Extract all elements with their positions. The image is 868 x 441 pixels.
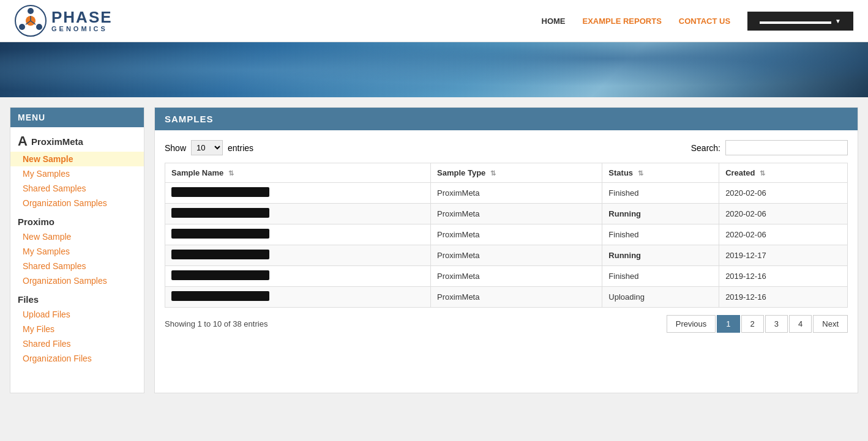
col-sample-name[interactable]: Sample Name ⇅ [165,163,431,183]
logo-area: PHASE GENOMICS [15,5,113,37]
cell-status: Running [602,245,719,266]
pagination-previous[interactable]: Previous [667,315,716,333]
svg-point-4 [19,24,25,30]
content-body: Show 10 25 50 100 entries Search: [155,130,858,343]
redacted-name-bar [171,187,269,197]
sidebar-item-proximo-my-samples[interactable]: My Samples [10,244,144,259]
cell-created: 2019-12-16 [719,287,848,308]
chevron-down-icon: ▼ [835,18,841,24]
search-label: Search: [691,143,720,153]
sidebar-item-shared-files[interactable]: Shared Files [10,336,144,351]
table-header-row: Sample Name ⇅ Sample Type ⇅ Status ⇅ Cre… [165,163,848,183]
search-input[interactable] [725,140,848,155]
cell-status: Running [602,204,719,224]
cell-sample-type: ProximMeta [431,287,602,308]
svg-point-3 [36,24,42,30]
cell-sample-type: ProximMeta [431,245,602,266]
col-status[interactable]: Status ⇅ [602,163,719,183]
cell-status: Finished [602,224,719,245]
table-row[interactable]: ProximMetaRunning2019-12-17 [165,245,848,266]
redacted-name-bar [171,208,269,218]
pagination-page-2[interactable]: 2 [741,315,764,333]
col-created[interactable]: Created ⇅ [719,163,848,183]
cell-sample-name [165,224,431,245]
cell-created: 2019-12-16 [719,266,848,287]
sort-icon-status: ⇅ [638,169,643,177]
table-body: ProximMetaFinished2020-02-06ProximMetaRu… [165,183,848,308]
table-controls: Show 10 25 50 100 entries Search: [165,140,848,155]
nav-links: HOME EXAMPLE REPORTS CONTACT US ▬▬▬▬▬▬▬▬… [542,12,853,31]
content-header: SAMPLES [155,108,858,130]
cell-created: 2019-12-17 [719,245,848,266]
sidebar-item-proximmeta-shared-samples[interactable]: Shared Samples [10,181,144,196]
cell-sample-name [165,183,431,204]
entries-per-page-select[interactable]: 10 25 50 100 [191,140,223,155]
pagination-page-3[interactable]: 3 [765,315,788,333]
redacted-name-bar [171,250,269,259]
cell-status: Uploading [602,287,719,308]
sidebar: MENU A ProximMeta New Sample My Samples … [10,107,144,393]
redacted-name-bar [171,229,269,239]
user-menu-button[interactable]: ▬▬▬▬▬▬▬▬▬ ▼ [747,12,853,31]
cell-sample-type: ProximMeta [431,204,602,224]
cell-sample-name [165,266,431,287]
sidebar-item-org-files[interactable]: Organization Files [10,351,144,366]
pagination-page-4[interactable]: 4 [789,315,812,333]
nav-example-reports[interactable]: EXAMPLE REPORTS [583,17,662,26]
entries-label: entries [228,143,253,153]
sidebar-item-proximmeta-new-sample[interactable]: New Sample [10,152,144,166]
sort-icon-type: ⇅ [490,169,496,177]
table-row[interactable]: ProximMetaFinished2020-02-06 [165,224,848,245]
logo-phase-text: PHASE [51,9,113,25]
sidebar-item-proximmeta-org-samples[interactable]: Organization Samples [10,196,144,210]
nav-home[interactable]: HOME [542,17,566,26]
content-area: SAMPLES Show 10 25 50 100 entries Search… [154,107,858,393]
sort-icon-name: ⇅ [228,169,234,177]
svg-point-2 [28,8,34,14]
pagination-next[interactable]: Next [813,315,848,333]
sidebar-proximeta-title: ProximMeta [31,136,83,147]
logo-icon [15,5,47,37]
pagination: Previous 1 2 3 4 Next [667,315,848,333]
sidebar-item-proximo-shared-samples[interactable]: Shared Samples [10,259,144,273]
table-row[interactable]: ProximMetaFinished2020-02-06 [165,183,848,204]
cell-sample-name [165,204,431,224]
cell-sample-name [165,245,431,266]
sidebar-section-proximo: Proximo [10,210,144,229]
cell-sample-type: ProximMeta [431,183,602,204]
sidebar-letter-a: A [18,133,28,149]
sidebar-item-proximmeta-my-samples[interactable]: My Samples [10,166,144,181]
sort-icon-created: ⇅ [760,169,765,177]
sidebar-item-proximo-org-samples[interactable]: Organization Samples [10,273,144,288]
pagination-page-1[interactable]: 1 [717,315,739,333]
hero-banner [0,42,868,97]
samples-table: Sample Name ⇅ Sample Type ⇅ Status ⇅ Cre… [165,163,848,308]
redacted-name-bar [171,291,269,301]
logo-genomics-text: GENOMICS [51,25,113,32]
nav-contact-us[interactable]: CONTACT US [679,17,730,26]
cell-created: 2020-02-06 [719,224,848,245]
logo-text: PHASE GENOMICS [51,9,113,32]
cell-created: 2020-02-06 [719,183,848,204]
show-entries-control: Show 10 25 50 100 entries [165,140,253,155]
sidebar-menu-header: MENU [10,108,144,127]
cell-sample-type: ProximMeta [431,266,602,287]
col-sample-type[interactable]: Sample Type ⇅ [431,163,602,183]
cell-status: Finished [602,183,719,204]
main-layout: MENU A ProximMeta New Sample My Samples … [0,97,868,403]
top-header: PHASE GENOMICS HOME EXAMPLE REPORTS CONT… [0,0,868,42]
user-btn-label: ▬▬▬▬▬▬▬▬▬ [760,17,831,26]
cell-status: Finished [602,266,719,287]
cell-sample-type: ProximMeta [431,224,602,245]
sidebar-item-proximo-new-sample[interactable]: New Sample [10,229,144,244]
sidebar-item-upload-files[interactable]: Upload Files [10,307,144,322]
table-row[interactable]: ProximMetaRunning2020-02-06 [165,204,848,224]
table-row[interactable]: ProximMetaUploading2019-12-16 [165,287,848,308]
table-footer: Showing 1 to 10 of 38 entries Previous 1… [165,315,848,333]
search-area: Search: [691,140,848,155]
entries-info: Showing 1 to 10 of 38 entries [165,319,268,328]
sidebar-section-files: Files [10,288,144,307]
sidebar-section-proximeta: A ProximMeta [10,127,144,152]
sidebar-item-my-files[interactable]: My Files [10,322,144,336]
table-row[interactable]: ProximMetaFinished2019-12-16 [165,266,848,287]
